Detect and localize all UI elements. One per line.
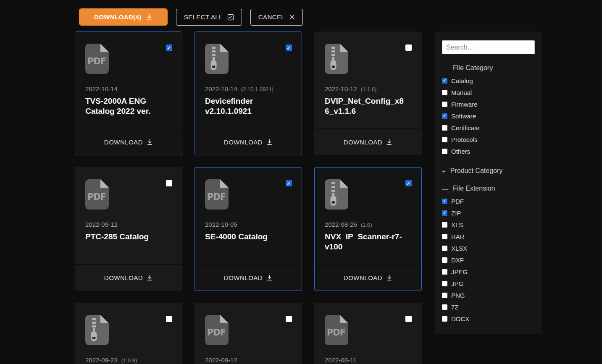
- filter-option[interactable]: DXF: [442, 254, 535, 266]
- card-select-checkbox[interactable]: [166, 180, 172, 186]
- file-title: DVIP_Net_Config_x86_v1.1.6: [325, 96, 411, 116]
- file-card-body[interactable]: PDF 2022-08-11: [315, 303, 421, 364]
- card-download-button[interactable]: DOWNLOAD: [195, 128, 302, 155]
- filter-option[interactable]: RAR: [442, 230, 535, 242]
- card-select-checkbox[interactable]: [405, 316, 412, 322]
- file-card-body[interactable]: PDF 2022-10-14: [75, 32, 182, 128]
- filter-option[interactable]: Software: [442, 110, 535, 122]
- filter-checkbox[interactable]: [442, 199, 447, 204]
- file-type-icon: PDF: [205, 44, 229, 74]
- filter-checkbox[interactable]: [442, 78, 447, 84]
- select-all-label: SELECT ALL: [184, 13, 223, 21]
- filter-option[interactable]: XLS: [442, 219, 535, 230]
- filter-checkbox[interactable]: [442, 304, 447, 310]
- pdf-file-icon: PDF: [85, 179, 109, 209]
- file-type-icon: PDF: [85, 179, 109, 209]
- filter-label: PNG: [451, 292, 465, 299]
- card-select-checkbox[interactable]: [166, 45, 172, 51]
- file-card: PDF 2022-09-23 (: [75, 303, 182, 364]
- svg-text:PDF: PDF: [207, 327, 226, 338]
- card-select-checkbox[interactable]: [286, 180, 292, 186]
- filter-option[interactable]: Manual: [442, 86, 535, 98]
- filter-checkbox[interactable]: [442, 222, 447, 228]
- file-extension-header[interactable]: — File Extension: [442, 185, 535, 192]
- card-download-button[interactable]: DOWNLOAD: [195, 264, 302, 291]
- card-select-checkbox[interactable]: [286, 316, 292, 322]
- filter-checkbox[interactable]: [442, 125, 447, 131]
- filter-option[interactable]: JPEG: [442, 266, 535, 278]
- filter-checkbox[interactable]: [442, 246, 447, 251]
- file-card-body[interactable]: PDF 2022-08-12: [195, 303, 302, 364]
- card-select-checkbox[interactable]: [166, 316, 172, 322]
- filter-checkbox[interactable]: [442, 293, 447, 298]
- file-date-row: 2022-09-12: [85, 221, 172, 228]
- download-icon: [386, 275, 392, 281]
- filter-option[interactable]: Catalog: [442, 75, 535, 86]
- filter-checkbox[interactable]: [442, 269, 447, 275]
- file-type-icon: PDF: [205, 179, 229, 209]
- filter-checkbox[interactable]: [442, 281, 447, 286]
- filter-option[interactable]: PDF: [442, 195, 535, 207]
- filter-checkbox[interactable]: [442, 149, 447, 154]
- filter-option[interactable]: 7Z: [442, 301, 535, 313]
- filter-checkbox[interactable]: [442, 102, 447, 107]
- filter-option[interactable]: Certificate: [442, 122, 535, 134]
- file-date: 2022-10-14: [85, 85, 118, 92]
- filter-checkbox[interactable]: [442, 113, 447, 119]
- filter-checkbox[interactable]: [442, 257, 447, 263]
- file-card-body[interactable]: PDF 2022-10-05: [195, 168, 302, 264]
- filter-sidebar: — File Category Catalog Manual Firmware: [435, 31, 542, 334]
- filter-label: Others: [451, 148, 470, 155]
- filter-checkbox[interactable]: [442, 234, 447, 239]
- filter-option[interactable]: Protocols: [442, 134, 535, 145]
- filter-label: JPEG: [451, 268, 468, 275]
- filter-label: XLSX: [451, 245, 467, 252]
- card-select-checkbox[interactable]: [286, 45, 292, 51]
- expand-plus-icon: +: [442, 168, 446, 175]
- filter-option[interactable]: Others: [442, 145, 535, 157]
- card-download-button[interactable]: DOWNLOAD: [315, 264, 421, 291]
- filter-label: ZIP: [451, 209, 461, 217]
- filter-checkbox[interactable]: [442, 316, 447, 322]
- download-icon: [146, 14, 152, 21]
- pdf-file-icon: PDF: [325, 315, 348, 345]
- product-category-section: + Product Category: [442, 167, 535, 175]
- filter-option[interactable]: DOCX: [442, 313, 535, 325]
- file-date: 2022-08-26: [325, 221, 357, 228]
- file-card: PDF 2022-08-12: [195, 303, 302, 364]
- file-card-body[interactable]: PDF 2022-08-26 (: [315, 168, 421, 264]
- filter-checkbox[interactable]: [442, 210, 447, 216]
- filter-option[interactable]: Firmware: [442, 98, 535, 110]
- file-type-icon: PDF: [205, 315, 229, 345]
- card-download-button[interactable]: DOWNLOAD: [75, 264, 182, 291]
- section-title: Product Category: [450, 167, 503, 175]
- file-card-body[interactable]: PDF 2022-10-12 (: [315, 32, 421, 128]
- download-selected-button[interactable]: DOWNLOAD(4): [79, 8, 168, 26]
- file-date: 2022-08-12: [205, 356, 237, 364]
- toolbar: DOWNLOAD(4) SELECT ALL CANCEL: [79, 8, 303, 26]
- select-all-checkbox-icon: [227, 14, 234, 21]
- filter-checkbox[interactable]: [442, 90, 447, 95]
- filter-checkbox[interactable]: [442, 137, 447, 142]
- file-card: PDF 2022-08-26 (: [314, 167, 422, 291]
- cancel-button[interactable]: CANCEL: [250, 9, 303, 26]
- card-download-button[interactable]: DOWNLOAD: [75, 128, 182, 155]
- zip-file-icon: [325, 179, 348, 209]
- file-card-body[interactable]: PDF 2022-10-14 (: [195, 32, 302, 128]
- filter-option[interactable]: JPG: [442, 278, 535, 289]
- product-category-header[interactable]: + Product Category: [442, 167, 535, 175]
- file-extension-list: PDF ZIP XLS RAR: [442, 195, 535, 325]
- filter-option[interactable]: PNG: [442, 289, 535, 301]
- card-download-button[interactable]: DOWNLOAD: [315, 128, 421, 155]
- select-all-button[interactable]: SELECT ALL: [176, 9, 242, 26]
- file-title: NVX_IP_Scanner-r7-v100: [325, 232, 411, 252]
- filter-option[interactable]: XLSX: [442, 242, 535, 254]
- filter-option[interactable]: ZIP: [442, 207, 535, 219]
- card-select-checkbox[interactable]: [405, 45, 412, 51]
- file-category-header[interactable]: — File Category: [442, 64, 535, 72]
- card-select-checkbox[interactable]: [405, 180, 412, 186]
- file-type-icon: PDF: [85, 315, 109, 345]
- search-input[interactable]: [442, 40, 535, 54]
- file-card-body[interactable]: PDF 2022-09-23 (: [75, 303, 182, 364]
- file-card-body[interactable]: PDF 2022-09-12: [75, 168, 182, 264]
